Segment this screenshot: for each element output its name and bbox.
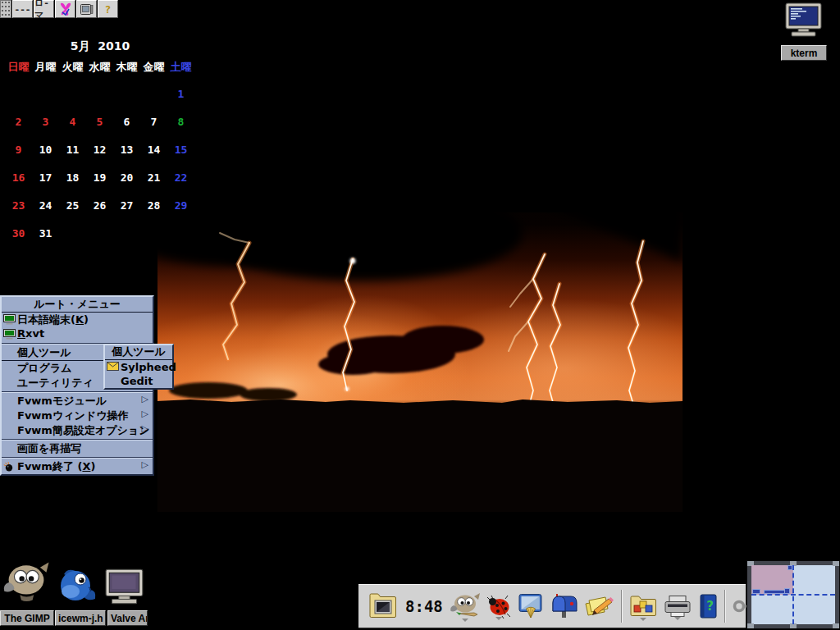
- calendar-date: 12: [86, 144, 113, 156]
- root-menu-item[interactable]: Fvwmウィンドウ操作▷: [2, 409, 153, 423]
- calendar-day-header: 金曜: [140, 60, 167, 75]
- pager-window[interactable]: [764, 590, 785, 594]
- calendar-date: 23: [5, 199, 32, 212]
- notes-icon: [584, 594, 615, 619]
- desktop-icon-label: icewm-j.h: [55, 610, 106, 626]
- input-mode-button[interactable]: ロ-マ: [34, 0, 54, 18]
- calendar-date: 5: [86, 116, 113, 128]
- calendar-date: 26: [86, 199, 113, 212]
- root-menu-item-label: 画面を再描写: [17, 442, 81, 454]
- calendar-date: 3: [32, 116, 59, 128]
- desktop-icon-label: The GIMP: [0, 610, 54, 626]
- printer-icon: [663, 594, 692, 619]
- root-menu-item[interactable]: Rxvt: [2, 327, 153, 342]
- pager-page-3[interactable]: [793, 595, 835, 624]
- kterm-icon-label: kterm: [781, 45, 827, 61]
- desktop-icon-label: Valve Am: [107, 610, 148, 626]
- gimp-icon: [450, 592, 481, 620]
- calendar-week-row: 1: [5, 88, 195, 116]
- gimp-button[interactable]: [447, 592, 483, 620]
- root-menu-item-label: Fvwm簡易設定オプション: [17, 424, 149, 436]
- root-menu-item-label: プログラム: [17, 362, 72, 374]
- root-menu-item[interactable]: Fvwm簡易設定オプション▷: [2, 423, 153, 438]
- printer-button[interactable]: [660, 594, 695, 619]
- submenu-item[interactable]: Sylpheed: [105, 360, 172, 374]
- root-menu-item-label: Rxvt: [17, 327, 44, 340]
- calendar-date: 19: [86, 171, 113, 184]
- ladybug-button[interactable]: [483, 594, 514, 619]
- pager-page-2[interactable]: [751, 595, 793, 624]
- folder-display-icon: [368, 591, 399, 621]
- dashes-button[interactable]: ---: [12, 0, 33, 18]
- root-menu-item[interactable]: Fvwm終了 (X)▷: [2, 459, 153, 474]
- help-button-label: ?: [105, 3, 112, 16]
- desktop-icon-the-gimp[interactable]: The GIMP: [2, 561, 51, 607]
- calendar-week-row: 16171819202122: [5, 171, 195, 199]
- pager-window[interactable]: [752, 589, 760, 594]
- calendar-date: 17: [32, 171, 59, 184]
- helpbook-button[interactable]: ?: [695, 593, 721, 619]
- monitor-kterm-icon: [783, 2, 824, 39]
- calendar-date: 8: [167, 116, 194, 128]
- input-mode-button-label: ロ-マ: [34, 0, 53, 21]
- book-icon: [80, 3, 94, 16]
- root-menu-item-label: 日本語端末(K): [17, 313, 89, 326]
- packages-button[interactable]: [626, 593, 660, 619]
- calendar-week-row: 9101112131415: [5, 144, 195, 171]
- monitor-valve-icon: [103, 595, 146, 610]
- root-menu-item-label: Fvwm終了 (X): [17, 460, 95, 472]
- calendar-day-header: 水曜: [86, 60, 113, 75]
- root-menu-item[interactable]: Fvwmモジュール▷: [2, 394, 153, 409]
- toolbar-buttons: ---ロ-マ?: [11, 0, 118, 18]
- taskbar-separator: [724, 590, 726, 623]
- calendar-date: 10: [32, 144, 59, 156]
- calendar-date: 1: [167, 88, 194, 100]
- top-toolbar: ---ロ-マ?: [0, 0, 118, 18]
- submenu-arrow-icon: ▷: [142, 409, 148, 419]
- ladybug-icon: [486, 594, 512, 619]
- kterm-icon[interactable]: kterm: [780, 2, 828, 61]
- calendar-day-header: 日曜: [5, 60, 32, 75]
- window-shell-button[interactable]: [514, 593, 547, 619]
- pager-page-1[interactable]: [793, 565, 835, 595]
- submenu-title: 個人ツール: [105, 345, 172, 360]
- calendar-title: 5月 2010: [5, 39, 195, 52]
- calendar: 5月 2010 日曜月曜火曜水曜木曜金曜土曜 12345678910111213…: [5, 39, 195, 255]
- desktop-icon-icewm-j-h[interactable]: icewm-j.h: [56, 566, 98, 609]
- calendar-date: 25: [59, 199, 86, 212]
- calendar-date: 30: [5, 227, 32, 240]
- pager-window[interactable]: [784, 588, 790, 594]
- calendar-date: 28: [140, 199, 167, 212]
- notes-button[interactable]: [582, 594, 618, 619]
- bomb-icon: [3, 461, 14, 472]
- calendar-date: 4: [59, 116, 86, 128]
- toolbar-grip[interactable]: [0, 0, 11, 18]
- calendar-date: 9: [5, 144, 32, 156]
- butterfly-icon: [58, 2, 73, 16]
- desktop-icon-valve-am[interactable]: Valve Am: [103, 568, 146, 610]
- calendar-date: 22: [167, 171, 194, 184]
- help-button[interactable]: ?: [98, 0, 118, 18]
- calendar-date: 13: [113, 144, 140, 156]
- calendar-date: 14: [140, 144, 167, 156]
- mailbox-button[interactable]: [547, 593, 582, 619]
- mail-icon: [107, 362, 119, 371]
- folder-display-button[interactable]: [365, 591, 401, 621]
- packages-icon: [628, 593, 658, 619]
- calendar-day-header: 土曜: [167, 60, 194, 75]
- root-menu-item-label: 個人ツール: [17, 346, 71, 358]
- submenu-item[interactable]: Gedit: [105, 374, 172, 388]
- taskbar-clock: 8:48: [401, 597, 447, 615]
- butterfly-button[interactable]: [55, 0, 75, 18]
- gimp-big-icon: [2, 591, 51, 607]
- dictionary-button[interactable]: [76, 0, 97, 18]
- personal-tools-submenu: 個人ツール SylpheedGedit: [103, 344, 174, 390]
- calendar-date: 21: [140, 171, 167, 184]
- root-menu-item[interactable]: 日本語端末(K): [2, 313, 153, 327]
- calendar-date: 7: [140, 116, 167, 128]
- calendar-date: 6: [113, 116, 140, 128]
- calendar-day-header: 火曜: [59, 60, 86, 75]
- pager-window[interactable]: [788, 565, 792, 570]
- calendar-date: 15: [167, 144, 194, 156]
- root-menu-item[interactable]: 画面を再描写: [2, 441, 153, 456]
